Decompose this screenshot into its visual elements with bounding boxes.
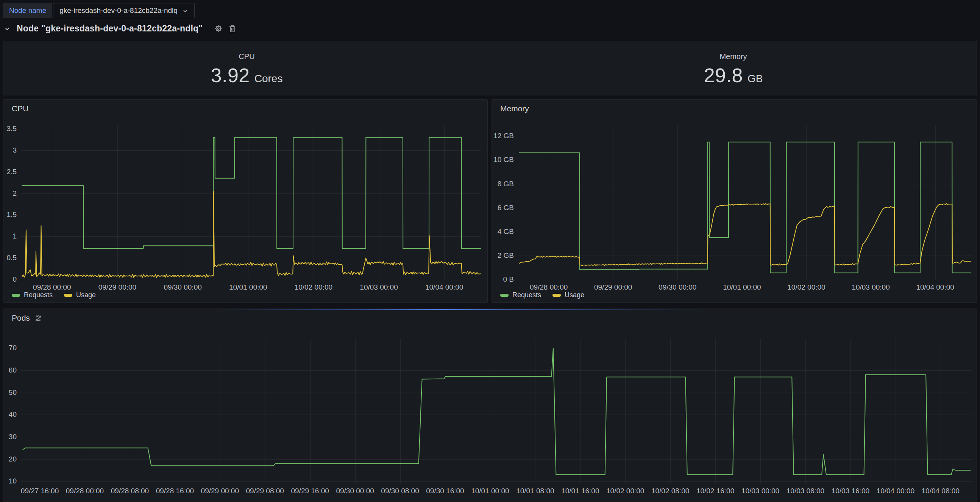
row-settings-gear-icon[interactable] [214, 24, 223, 33]
x-tick-label: 09/28 00:00 [530, 283, 568, 292]
pods-chart-canvas[interactable] [21, 339, 972, 483]
x-tick-label: 09/28 08:00 [111, 487, 149, 495]
cpu-stat-title: CPU [239, 52, 255, 61]
cpu-stat-value: 3.92 [211, 64, 250, 87]
y-tick-label: 0 B [503, 275, 514, 284]
legend-item-requests[interactable]: Requests [12, 291, 52, 299]
x-tick-label: 10/02 00:00 [787, 283, 825, 292]
usage-swatch [552, 294, 561, 297]
x-tick-label: 09/30 08:00 [381, 487, 419, 495]
y-tick-label: 8 GB [498, 180, 514, 188]
x-tick-label: 10/01 00:00 [471, 487, 509, 495]
memory-legend: Requests Usage [500, 291, 584, 299]
x-tick-label: 10/03 08:00 [786, 487, 824, 495]
x-tick-label: 10/04 08:00 [922, 487, 959, 495]
chevron-down-icon [182, 7, 188, 14]
node-resources-stat-panel: CPU 3.92 Cores Memory 29.8 GB [3, 41, 977, 95]
y-tick-label: 6 GB [498, 204, 514, 212]
variable-label: Node name [3, 3, 52, 18]
x-tick-label: 10/02 00:00 [294, 283, 332, 292]
requests-swatch [500, 294, 509, 297]
x-tick-label: 10/01 08:00 [516, 487, 554, 495]
x-tick-label: 09/29 00:00 [201, 487, 239, 495]
x-tick-label: 10/03 00:00 [741, 487, 779, 495]
x-tick-label: 10/03 00:00 [852, 283, 889, 292]
x-tick-label: 10/04 00:00 [425, 283, 463, 292]
x-tick-label: 10/02 00:00 [606, 487, 644, 495]
y-tick-label: 2 GB [498, 251, 514, 260]
x-tick-label: 09/30 00:00 [336, 487, 374, 495]
y-tick-label: 2 [13, 189, 17, 198]
x-tick-label: 09/29 00:00 [99, 283, 136, 292]
y-tick-label: 30 [9, 433, 17, 441]
y-tick-label: 1.5 [7, 210, 17, 219]
y-tick-label: 20 [9, 455, 17, 463]
x-tick-label: 09/30 00:00 [164, 283, 202, 292]
row-collapse-chevron-icon[interactable] [4, 25, 11, 32]
memory-panel: Memory 0 B2 GB4 GB6 GB8 GB10 GB12 GB09/2… [492, 99, 977, 303]
cpu-stat: CPU 3.92 Cores [3, 41, 490, 95]
x-tick-label: 10/02 16:00 [696, 487, 734, 495]
pods-panel: Pods 1020304050607009/27 16:0009/28 00:0… [3, 308, 977, 502]
dashboard-variable-bar: Node name gke-iresdash-dev-0-a-812cb22a-… [3, 3, 195, 18]
x-tick-label: 10/01 16:00 [561, 487, 599, 495]
memory-stat-value: 29.8 [704, 64, 743, 87]
x-tick-label: 09/27 16:00 [21, 487, 59, 495]
cpu-panel-title[interactable]: CPU [12, 104, 29, 113]
requests-swatch [12, 294, 20, 297]
y-tick-label: 0 [13, 275, 17, 284]
legend-item-usage[interactable]: Usage [64, 291, 96, 299]
x-tick-label: 10/03 00:00 [360, 283, 398, 292]
node-name-value: gke-iresdash-dev-0-a-812cb22a-ndlq [59, 6, 178, 15]
x-tick-label: 10/03 16:00 [832, 487, 869, 495]
y-tick-label: 50 [9, 388, 17, 397]
y-tick-label: 2.5 [7, 168, 17, 176]
legend-item-usage[interactable]: Usage [552, 291, 584, 299]
row-header[interactable]: Node "gke-iresdash-dev-0-a-812cb22a-ndlq… [4, 24, 237, 34]
x-tick-label: 09/29 16:00 [291, 487, 329, 495]
cpu-chart-canvas[interactable] [21, 126, 481, 280]
x-tick-label: 09/28 00:00 [66, 487, 104, 495]
x-tick-label: 10/01 00:00 [229, 283, 267, 292]
x-tick-label: 10/02 08:00 [651, 487, 689, 495]
memory-chart-canvas[interactable] [519, 126, 972, 280]
memory-stat-unit: GB [748, 73, 763, 85]
y-tick-label: 10 [9, 477, 17, 485]
x-tick-label: 09/29 08:00 [246, 487, 284, 495]
usage-swatch [64, 294, 72, 297]
sync-off-icon[interactable] [35, 314, 42, 322]
y-tick-label: 3.5 [7, 125, 17, 133]
node-name-dropdown[interactable]: gke-iresdash-dev-0-a-812cb22a-ndlq [53, 3, 195, 18]
cpu-legend: Requests Usage [12, 291, 96, 299]
row-title[interactable]: Node "gke-iresdash-dev-0-a-812cb22a-ndlq… [17, 24, 203, 34]
memory-stat-title: Memory [719, 52, 747, 61]
x-tick-label: 09/30 00:00 [659, 283, 696, 292]
x-tick-label: 09/30 16:00 [426, 487, 464, 495]
x-tick-label: 10/04 00:00 [877, 487, 915, 495]
pods-panel-title[interactable]: Pods [12, 313, 42, 322]
y-tick-label: 1 [13, 232, 17, 240]
y-tick-label: 0.5 [7, 254, 17, 262]
memory-panel-title[interactable]: Memory [500, 104, 529, 113]
y-tick-label: 60 [9, 366, 17, 375]
y-tick-label: 4 GB [498, 227, 514, 236]
y-tick-label: 40 [9, 410, 17, 419]
x-tick-label: 09/28 00:00 [33, 283, 71, 292]
x-tick-label: 10/04 00:00 [916, 283, 954, 292]
x-tick-label: 10/01 00:00 [723, 283, 761, 292]
x-tick-label: 09/28 16:00 [156, 487, 194, 495]
x-tick-label: 09/29 00:00 [594, 283, 632, 292]
cpu-stat-unit: Cores [255, 73, 283, 85]
y-tick-label: 70 [9, 344, 17, 352]
memory-stat: Memory 29.8 GB [490, 41, 977, 95]
y-tick-label: 10 GB [493, 156, 514, 164]
legend-item-requests[interactable]: Requests [500, 291, 541, 299]
y-tick-label: 3 [13, 146, 17, 154]
row-delete-trash-icon[interactable] [228, 24, 237, 33]
cpu-panel: CPU 00.511.522.533.509/28 00:0009/29 00:… [3, 99, 488, 303]
panel-loading-indicator [213, 309, 713, 310]
y-tick-label: 12 GB [493, 132, 514, 140]
